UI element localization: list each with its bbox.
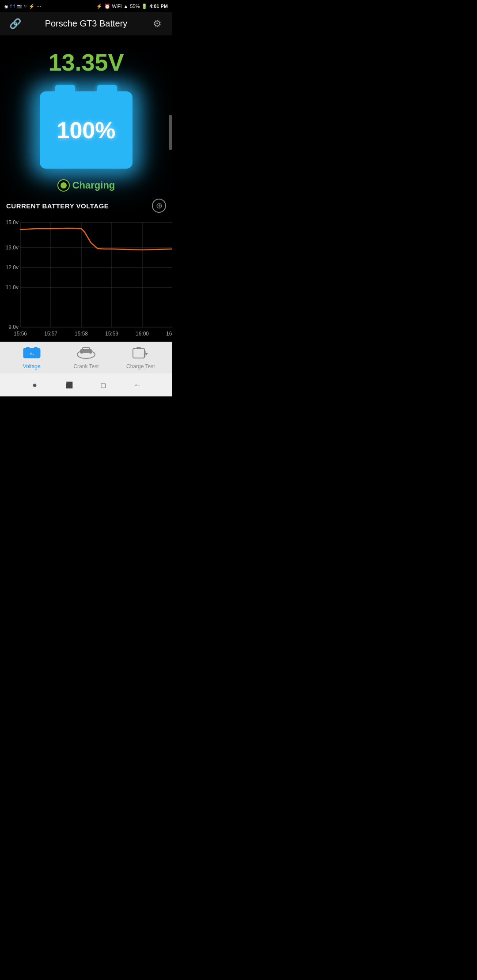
back-button[interactable]: ← [129, 377, 145, 393]
voltage-nav-icon: +- [23, 347, 41, 362]
signal-icon: ▲ [124, 4, 129, 9]
svg-text:15:59: 15:59 [105, 331, 118, 337]
bolt-icon: ⚡ [29, 4, 35, 9]
svg-text:15:58: 15:58 [75, 331, 88, 337]
svg-text:16:01: 16:01 [166, 331, 172, 337]
svg-rect-25 [34, 347, 38, 349]
battery-icon-container: 100% [35, 85, 137, 169]
charge-nav-icon [131, 347, 150, 362]
nav-charge[interactable]: Charge Test [114, 347, 168, 369]
bottom-navigation: +- Voltage Crank Test Charge Test [0, 342, 172, 373]
zoom-button[interactable]: ⊕ [152, 199, 166, 213]
charge-nav-label: Charge Test [126, 363, 155, 369]
scrollbar [169, 115, 172, 150]
link-icon: 🔗 [9, 18, 21, 30]
svg-text:13.0v: 13.0v [6, 245, 19, 251]
overview-icon: ◻ [100, 381, 106, 389]
svg-text:12.0v: 12.0v [6, 264, 19, 271]
svg-text:11.0v: 11.0v [6, 284, 19, 290]
instagram-icon: 📷 [17, 4, 22, 8]
sync-icon: ↻ [23, 4, 27, 8]
svg-rect-32 [133, 348, 144, 358]
status-bar: ◉ f f 📷 ↻ ⚡ ··· ⚡ ⏰ WiFi ▲ 55% 🔋 4:01 PM [0, 0, 172, 12]
svg-rect-33 [136, 347, 141, 349]
svg-text:16:00: 16:00 [136, 331, 149, 337]
chart-title: CURRENT BATTERY VOLTAGE [6, 202, 109, 210]
fb-icon: f [10, 4, 11, 9]
wifi-icon: WiFi [112, 4, 122, 9]
svg-text:+-: +- [30, 351, 34, 356]
bluetooth-icon: ⚡ [96, 4, 102, 9]
svg-rect-24 [26, 347, 30, 349]
svg-text:15.0v: 15.0v [6, 219, 19, 226]
recent-apps-icon: ⬛ [65, 381, 73, 388]
charging-plug-icon [57, 179, 70, 192]
page-title: Porsche GT3 Battery [23, 19, 149, 29]
battery-body: 100% [40, 91, 132, 169]
alarm-icon: ⏰ [104, 4, 110, 9]
home-icon: ● [32, 381, 37, 390]
notification-icon: ◉ [4, 4, 8, 9]
voltage-nav-label: Voltage [23, 363, 41, 369]
chart-section: CURRENT BATTERY VOLTAGE ⊕ 15.0v 13.0v 12… [0, 199, 172, 342]
crank-nav-label: Crank Test [73, 363, 98, 369]
app-header: 🔗 Porsche GT3 Battery ⚙ [0, 12, 172, 35]
settings-button[interactable]: ⚙ [149, 16, 165, 32]
battery-percent: 55% [130, 4, 140, 9]
battery-percent-display: 100% [57, 117, 116, 143]
time-display: 4:01 PM [149, 4, 168, 9]
battery-icon: 🔋 [141, 4, 148, 9]
fb2-icon: f [13, 4, 15, 9]
svg-text:15:57: 15:57 [44, 331, 57, 337]
charging-status: Charging [57, 179, 115, 192]
system-nav-bar: ● ⬛ ◻ ← [0, 373, 172, 396]
voltage-value: 13.35V [48, 49, 124, 76]
svg-text:9.0v: 9.0v [8, 324, 19, 330]
chart-header: CURRENT BATTERY VOLTAGE ⊕ [2, 199, 170, 216]
overview-button[interactable]: ◻ [95, 377, 111, 393]
dots-icon: ··· [37, 4, 42, 9]
back-icon: ← [133, 381, 141, 390]
link-button[interactable]: 🔗 [7, 16, 23, 32]
voltage-chart: 15.0v 13.0v 12.0v 11.0v 9.0v [2, 216, 170, 342]
nav-crank[interactable]: Crank Test [59, 347, 113, 369]
main-content: 13.35V 100% Charging CURRENT BATTERY VOL… [0, 35, 172, 342]
crank-nav-icon [76, 347, 97, 362]
recent-apps-button[interactable]: ⬛ [61, 377, 77, 393]
home-button[interactable]: ● [27, 377, 43, 393]
nav-voltage[interactable]: +- Voltage [4, 347, 59, 369]
zoom-icon-glyph: ⊕ [156, 201, 163, 211]
svg-rect-0 [3, 216, 172, 340]
svg-text:15:56: 15:56 [14, 331, 27, 337]
charging-label: Charging [72, 180, 115, 191]
status-right-icons: ⚡ ⏰ WiFi ▲ 55% 🔋 4:01 PM [96, 4, 168, 9]
gear-icon: ⚙ [153, 18, 162, 30]
status-left-icons: ◉ f f 📷 ↻ ⚡ ··· [4, 4, 42, 9]
